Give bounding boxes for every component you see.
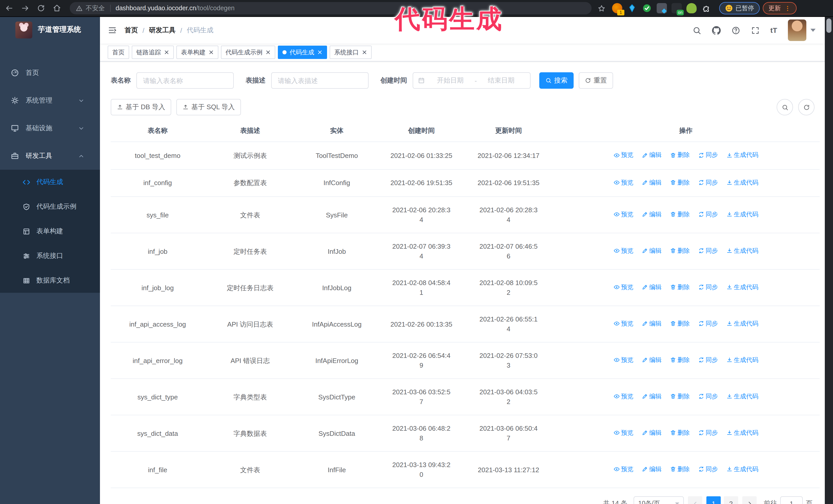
preview-link[interactable]: 预览 — [613, 464, 633, 474]
sidebar-item[interactable]: 系统管理 — [0, 87, 100, 114]
preview-link[interactable]: 预览 — [613, 246, 633, 256]
browser-menu-dots-icon[interactable] — [784, 5, 791, 11]
edit-link[interactable]: 编辑 — [642, 355, 662, 365]
tab-close-icon[interactable] — [164, 50, 169, 55]
delete-link[interactable]: 删除 — [670, 178, 690, 187]
tab-item[interactable]: 首页 — [108, 46, 129, 59]
edit-link[interactable]: 编辑 — [642, 246, 662, 256]
sync-link[interactable]: 同步 — [698, 464, 718, 474]
address-bar[interactable]: 不安全 dashboard.yudao.iocoder.cn/tool/code… — [70, 2, 592, 14]
edit-link[interactable]: 编辑 — [642, 392, 662, 402]
extensions-puzzle-icon[interactable] — [701, 3, 712, 13]
tab-item[interactable]: 链路追踪 — [132, 46, 174, 59]
preview-link[interactable]: 预览 — [613, 283, 633, 292]
search-button[interactable]: 搜索 — [539, 72, 574, 89]
sidebar-subitem[interactable]: 代码生成 — [0, 170, 100, 194]
tab-close-icon[interactable] — [362, 50, 367, 55]
sync-link[interactable]: 同步 — [698, 150, 718, 160]
breadcrumb-item[interactable]: 首页 — [124, 26, 138, 35]
sidebar-item[interactable]: 基础设施 — [0, 114, 100, 142]
hide-search-button[interactable] — [777, 99, 793, 115]
page-number-button[interactable]: 1 — [706, 496, 721, 504]
edit-link[interactable]: 编辑 — [642, 210, 662, 219]
sync-link[interactable]: 同步 — [698, 210, 718, 219]
user-menu[interactable] — [788, 20, 815, 41]
tab-close-icon[interactable] — [209, 50, 214, 55]
tab-close-icon[interactable] — [317, 50, 323, 55]
sidebar-toggle-icon[interactable] — [100, 26, 124, 35]
browser-forward-icon[interactable] — [19, 2, 32, 15]
app-logo[interactable]: 芋道管理系统 — [0, 17, 100, 43]
sync-link[interactable]: 同步 — [698, 246, 718, 256]
breadcrumb-item[interactable]: 研发工具 — [149, 26, 175, 35]
sync-link[interactable]: 同步 — [698, 319, 718, 329]
generate-code-link[interactable]: 生成代码 — [726, 210, 758, 219]
generate-code-link[interactable]: 生成代码 — [726, 355, 758, 365]
user-avatar[interactable] — [788, 20, 806, 41]
extension-icon-3[interactable] — [642, 3, 652, 13]
generate-code-link[interactable]: 生成代码 — [726, 428, 758, 438]
sync-link[interactable]: 同步 — [698, 355, 718, 365]
page-number-button[interactable]: 2 — [724, 496, 738, 504]
sync-link[interactable]: 同步 — [698, 428, 718, 438]
next-page-button[interactable] — [742, 496, 757, 504]
generate-code-link[interactable]: 生成代码 — [726, 150, 758, 160]
sync-link[interactable]: 同步 — [698, 283, 718, 292]
edit-link[interactable]: 编辑 — [642, 319, 662, 329]
table-name-input[interactable] — [136, 72, 234, 89]
generate-code-link[interactable]: 生成代码 — [726, 464, 758, 474]
delete-link[interactable]: 删除 — [670, 210, 690, 219]
generate-code-link[interactable]: 生成代码 — [726, 246, 758, 256]
tab-item[interactable]: 系统接口 — [330, 46, 372, 59]
browser-scrollbar[interactable] — [825, 17, 833, 504]
extension-icon-2[interactable] — [627, 3, 637, 13]
prev-page-button[interactable] — [688, 496, 702, 504]
delete-link[interactable]: 删除 — [670, 246, 690, 256]
preview-link[interactable]: 预览 — [613, 210, 633, 219]
page-size-select[interactable]: 10条/页 — [634, 496, 684, 504]
bookmark-star-icon[interactable] — [595, 2, 608, 15]
tab-item-active[interactable]: 代码生成 — [278, 46, 327, 59]
github-icon[interactable] — [712, 26, 721, 34]
font-size-icon[interactable]: tT — [770, 26, 777, 34]
delete-link[interactable]: 删除 — [670, 150, 690, 160]
scrollbar-thumb[interactable] — [826, 19, 831, 33]
sync-link[interactable]: 同步 — [698, 178, 718, 187]
extension-icon-1[interactable]: 1 — [612, 3, 622, 13]
preview-link[interactable]: 预览 — [613, 392, 633, 402]
sidebar-subitem[interactable]: 代码生成示例 — [0, 194, 100, 219]
fullscreen-icon[interactable] — [751, 26, 760, 34]
edit-link[interactable]: 编辑 — [642, 150, 662, 160]
generate-code-link[interactable]: 生成代码 — [726, 178, 758, 187]
sidebar-item[interactable]: 首页 — [0, 59, 100, 87]
tab-item[interactable]: 代码生成示例 — [221, 46, 275, 59]
browser-back-icon[interactable] — [3, 2, 16, 15]
edit-link[interactable]: 编辑 — [642, 428, 662, 438]
browser-reload-icon[interactable] — [34, 2, 48, 15]
sidebar-subitem[interactable]: 系统接口 — [0, 243, 100, 268]
tab-item[interactable]: 表单构建 — [176, 46, 218, 59]
browser-home-icon[interactable] — [50, 2, 64, 15]
header-search-icon[interactable] — [693, 26, 701, 34]
help-icon[interactable] — [732, 26, 740, 34]
sync-link[interactable]: 同步 — [698, 392, 718, 402]
preview-link[interactable]: 预览 — [613, 355, 633, 365]
sidebar-subitem[interactable]: 数据库文档 — [0, 268, 100, 293]
extension-icon-5[interactable]: on — [671, 3, 682, 13]
preview-link[interactable]: 预览 — [613, 319, 633, 329]
import-db-button[interactable]: 基于 DB 导入 — [111, 99, 171, 115]
delete-link[interactable]: 删除 — [670, 464, 690, 474]
delete-link[interactable]: 删除 — [670, 355, 690, 365]
edit-link[interactable]: 编辑 — [642, 283, 662, 292]
import-sql-button[interactable]: 基于 SQL 导入 — [176, 99, 241, 115]
preview-link[interactable]: 预览 — [613, 178, 633, 187]
tab-close-icon[interactable] — [265, 50, 271, 55]
delete-link[interactable]: 删除 — [670, 319, 690, 329]
generate-code-link[interactable]: 生成代码 — [726, 319, 758, 329]
refresh-table-button[interactable] — [798, 99, 814, 115]
chrome-update-button[interactable]: 更新 — [763, 2, 796, 14]
delete-link[interactable]: 删除 — [670, 428, 690, 438]
sidebar-item[interactable]: 研发工具 — [0, 142, 100, 170]
reset-button[interactable]: 重置 — [579, 72, 613, 89]
extension-icon-6[interactable] — [686, 3, 697, 13]
